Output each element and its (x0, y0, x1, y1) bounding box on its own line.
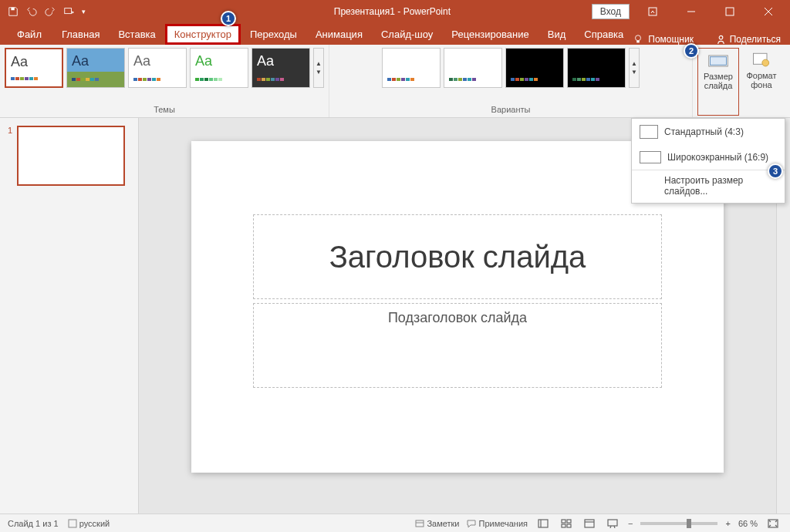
svg-rect-8 (637, 41, 640, 43)
qat-more-icon[interactable]: ▾ (82, 8, 86, 15)
tab-animations[interactable]: Анимация (306, 24, 372, 45)
tab-insert[interactable]: Вставка (109, 24, 164, 45)
theme-thumb[interactable]: Aa (128, 48, 187, 88)
ribbon-display-options-icon[interactable] (637, 0, 668, 23)
title-bar: ▾ Презентация1 - PowerPoint Вход (0, 0, 790, 23)
variant-thumb[interactable] (382, 48, 441, 88)
zoom-value[interactable]: 66 % (738, 519, 758, 528)
variant-thumb[interactable] (567, 48, 626, 88)
svg-rect-2 (649, 8, 657, 15)
tab-home[interactable]: Главная (52, 24, 109, 45)
undo-icon[interactable] (26, 6, 37, 17)
slide-size-button[interactable]: Размерслайда (697, 48, 739, 116)
ribbon: Aa Aa Aa Aa Aa ▲▼ Темы (0, 45, 790, 118)
subtitle-placeholder[interactable]: Подзаголовок слайда (253, 303, 662, 388)
format-bg-icon (751, 51, 772, 69)
svg-rect-23 (585, 520, 594, 527)
status-language[interactable]: русский (68, 519, 110, 528)
variant-thumb[interactable] (444, 48, 502, 88)
ribbon-tabs: Файл Главная Вставка Конструктор Переход… (0, 23, 790, 45)
status-notes[interactable]: Заметки (415, 519, 459, 528)
svg-rect-17 (538, 520, 548, 527)
status-comments[interactable]: Примечания (467, 519, 528, 528)
tab-slideshow[interactable]: Слайд-шоу (372, 24, 442, 45)
minimize-icon[interactable] (676, 0, 707, 23)
svg-rect-22 (567, 524, 571, 527)
zoom-slider[interactable] (640, 522, 717, 525)
title-right: Вход (592, 0, 790, 23)
quick-access-toolbar: ▾ (0, 6, 193, 17)
zoom-out-icon[interactable]: − (628, 519, 633, 528)
maximize-icon[interactable] (714, 0, 745, 23)
spellcheck-icon (68, 519, 77, 528)
status-slide-count: Слайд 1 из 1 (8, 519, 59, 528)
view-normal-icon[interactable] (535, 517, 551, 530)
tab-view[interactable]: Вид (538, 24, 576, 45)
svg-rect-21 (562, 524, 565, 527)
tab-transitions[interactable]: Переходы (241, 24, 306, 45)
tab-review[interactable]: Рецензирование (442, 24, 538, 45)
svg-rect-1 (65, 8, 72, 14)
share-label: Поделиться (730, 34, 781, 45)
variants-more-icon[interactable]: ▲▼ (629, 48, 640, 88)
format-background-button[interactable]: Форматфона (741, 48, 782, 116)
dd-widescreen[interactable]: Широкоэкранный (16:9) (632, 145, 785, 170)
slide-number: 1 (8, 126, 12, 186)
ratio-4-3-icon (640, 125, 658, 139)
redo-icon[interactable] (45, 6, 56, 17)
status-bar: Слайд 1 из 1 русский Заметки Примечания … (0, 513, 790, 532)
start-from-beginning-icon[interactable] (63, 6, 74, 17)
callout-3: 3 (768, 163, 783, 179)
notes-icon (415, 519, 424, 528)
zoom-in-icon[interactable]: + (725, 519, 730, 528)
slide-thumbnail[interactable] (17, 126, 125, 186)
tell-me[interactable]: Помощник (633, 34, 694, 45)
theme-thumb[interactable]: Aa (66, 48, 125, 88)
svg-rect-15 (416, 520, 424, 527)
view-reading-icon[interactable] (582, 517, 597, 530)
window-title: Презентация1 - PowerPoint (193, 6, 592, 17)
theme-thumb[interactable]: Aa (252, 48, 310, 88)
variant-thumb[interactable] (505, 48, 564, 88)
slide-size-icon (707, 52, 729, 70)
tab-design[interactable]: Конструктор (165, 24, 241, 45)
dd-widescreen-label: Широкоэкранный (16:9) (667, 152, 768, 163)
close-icon[interactable] (753, 0, 784, 23)
svg-rect-0 (11, 8, 14, 11)
fit-to-window-icon[interactable] (765, 517, 781, 530)
view-sorter-icon[interactable] (559, 517, 574, 530)
format-bg-label: Форматфона (746, 71, 776, 89)
svg-rect-14 (69, 520, 76, 527)
slide-size-dropdown: Стандартный (4:3) Широкоэкранный (16:9) … (631, 118, 785, 204)
callout-1: 1 (221, 11, 236, 26)
group-label-themes: Темы (5, 105, 324, 116)
svg-rect-19 (562, 520, 565, 523)
group-themes: Aa Aa Aa Aa Aa ▲▼ Темы (0, 45, 329, 117)
theme-thumb[interactable]: Aa (190, 48, 248, 88)
dd-customize[interactable]: Настроить размер слайдов... (632, 170, 785, 203)
share-button[interactable]: Поделиться (716, 34, 781, 45)
tab-help[interactable]: Справка (575, 24, 633, 45)
login-button[interactable]: Вход (592, 4, 630, 19)
comments-icon (467, 519, 476, 528)
title-placeholder[interactable]: Заголовок слайда (253, 214, 662, 299)
dd-standard[interactable]: Стандартный (4:3) (632, 119, 785, 145)
dd-standard-label: Стандартный (4:3) (664, 126, 744, 137)
tab-file[interactable]: Файл (8, 24, 52, 45)
theme-thumb[interactable]: Aa (5, 48, 63, 88)
group-customize: Размерслайда Форматфона (693, 45, 790, 117)
svg-point-13 (762, 59, 769, 66)
slide-size-label: Размерслайда (704, 72, 733, 90)
callout-2: 2 (684, 43, 699, 59)
group-variants: ▲▼ Варианты (329, 45, 693, 117)
group-label-variants: Варианты (334, 105, 687, 116)
save-icon[interactable] (8, 6, 19, 17)
view-slideshow-icon[interactable] (605, 517, 620, 530)
svg-point-7 (636, 35, 641, 41)
svg-rect-20 (567, 520, 571, 523)
svg-point-9 (719, 35, 723, 39)
share-icon (716, 35, 726, 45)
slide-panel: 1 (0, 118, 139, 513)
svg-rect-11 (711, 57, 727, 66)
themes-more-icon[interactable]: ▲▼ (313, 48, 324, 88)
